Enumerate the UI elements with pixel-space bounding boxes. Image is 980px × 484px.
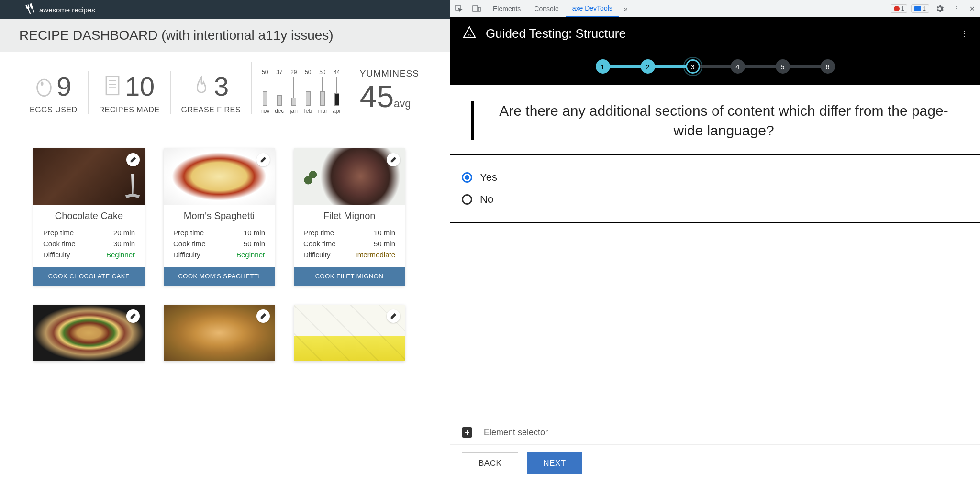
stat-fires-value: 3 xyxy=(214,71,229,102)
step-connector xyxy=(655,65,686,68)
error-dot-icon xyxy=(894,6,900,11)
step-connector xyxy=(790,65,821,68)
question-text: Are there any additional sections of con… xyxy=(471,101,959,140)
page-title-bar: RECIPE DASHBOARD (with intentional a11y … xyxy=(0,19,450,52)
step-connector xyxy=(610,65,641,68)
yumminess-suffix: avg xyxy=(394,98,411,110)
recipe-title: Filet Mignon xyxy=(294,205,405,225)
svg-rect-8 xyxy=(478,7,480,11)
stat-eggs-value: 9 xyxy=(56,71,71,102)
recipe-title: Mom's Spaghetti xyxy=(164,205,275,225)
cook-button[interactable]: COOK CHOCOLATE CAKE xyxy=(33,267,145,286)
message-icon xyxy=(914,6,921,11)
edit-recipe-button[interactable] xyxy=(126,309,140,323)
axe-logo-icon: ax xyxy=(462,25,477,42)
stats-row: 9 EGGS USED 10 RECIPES MADE 3 GREASE FIR… xyxy=(0,52,450,129)
recipe-meta: Prep time10 minCook time50 minDifficulty… xyxy=(164,225,275,267)
recipe-card: Chocolate CakePrep time20 minCook time30… xyxy=(33,148,145,286)
stat-eggs-label: EGGS USED xyxy=(30,106,78,114)
chart-bar: 50mar xyxy=(318,69,327,114)
cook-button[interactable]: COOK MOM'S SPAGHETTI xyxy=(164,267,275,286)
question-area: Are there any additional sections of con… xyxy=(450,85,980,155)
edit-recipe-button[interactable] xyxy=(387,309,400,323)
edit-recipe-button[interactable] xyxy=(256,309,270,323)
header-separator xyxy=(104,0,104,19)
devtools-toolbar: Elements Console axe DevTools » 1 1 ⋮ ✕ xyxy=(450,0,980,17)
chart-bar: 50feb xyxy=(303,69,313,114)
step-5[interactable]: 5 xyxy=(776,59,790,74)
yumminess-label: YUMMINESS xyxy=(360,68,419,79)
axe-panel-header: ax Guided Testing: Structure ⋮ xyxy=(450,17,980,50)
chart-bar: 44apr xyxy=(332,69,342,114)
recipe-card xyxy=(33,305,145,361)
axe-panel-menu-icon[interactable]: ⋮ xyxy=(952,17,969,50)
recipe-image xyxy=(164,305,275,361)
recipe-card: Mom's SpaghettiPrep time10 minCook time5… xyxy=(164,148,275,286)
recipe-meta: Prep time20 minCook time30 minDifficulty… xyxy=(33,225,145,267)
answer-options: Yes No xyxy=(450,155,980,223)
device-toolbar-icon[interactable] xyxy=(468,0,486,17)
step-1[interactable]: 1 xyxy=(596,59,610,74)
error-badge[interactable]: 1 xyxy=(891,4,908,13)
answer-no[interactable]: No xyxy=(462,188,980,210)
close-devtools-icon[interactable]: ✕ xyxy=(965,0,980,17)
settings-icon[interactable] xyxy=(931,0,948,17)
recipe-image xyxy=(33,305,145,361)
edit-recipe-button[interactable] xyxy=(387,153,400,166)
devtools-pane: Elements Console axe DevTools » 1 1 ⋮ ✕ … xyxy=(450,0,980,484)
app-title: awesome recipes xyxy=(39,6,95,14)
stat-fires-label: GREASE FIRES xyxy=(181,106,241,114)
app-viewport: awesome recipes RECIPE DASHBOARD (with i… xyxy=(0,0,450,484)
recipe-image xyxy=(294,305,405,361)
recipe-image xyxy=(294,148,405,205)
document-icon xyxy=(104,75,121,99)
step-4[interactable]: 4 xyxy=(731,59,745,74)
tab-elements[interactable]: Elements xyxy=(486,0,527,17)
svg-point-0 xyxy=(37,79,51,96)
recipe-card xyxy=(164,305,275,361)
message-badge[interactable]: 1 xyxy=(911,4,929,13)
tab-axe-devtools[interactable]: axe DevTools xyxy=(566,0,619,17)
inspect-element-icon[interactable] xyxy=(450,0,468,17)
recipe-card: Filet MignonPrep time10 minCook time50 m… xyxy=(294,148,405,286)
chart-bar: 50nov xyxy=(260,69,270,114)
recipe-image xyxy=(33,148,145,205)
recipes-grid: Chocolate CakePrep time20 minCook time30… xyxy=(0,129,450,380)
recipe-card xyxy=(294,305,405,361)
recipe-image xyxy=(164,148,275,205)
svg-rect-2 xyxy=(106,77,119,94)
axe-panel-title: Guided Testing: Structure xyxy=(486,26,626,41)
logo-utensils-icon xyxy=(24,3,37,16)
edit-recipe-button[interactable] xyxy=(256,153,270,166)
stat-recipes-value: 10 xyxy=(125,71,155,102)
page-title: RECIPE DASHBOARD (with intentional a11y … xyxy=(19,28,431,43)
step-3[interactable]: 3 xyxy=(686,59,700,74)
next-button[interactable]: NEXT xyxy=(527,452,582,474)
more-tabs-button[interactable]: » xyxy=(619,0,633,17)
egg-icon xyxy=(35,75,53,99)
edit-recipe-button[interactable] xyxy=(126,153,140,166)
stat-recipes: 10 RECIPES MADE xyxy=(88,71,170,114)
kebab-menu-icon[interactable]: ⋮ xyxy=(948,0,965,17)
add-selector-button[interactable]: + xyxy=(462,427,472,438)
answer-yes[interactable]: Yes xyxy=(462,166,980,188)
step-connector xyxy=(745,65,776,68)
yumminess-chart: 50nov37dec29jan50feb50mar44apr xyxy=(251,62,350,114)
back-button[interactable]: BACK xyxy=(462,452,518,474)
step-connector xyxy=(700,65,731,68)
step-6[interactable]: 6 xyxy=(821,59,835,74)
flame-icon xyxy=(193,75,210,99)
stat-fires: 3 GREASE FIRES xyxy=(170,71,251,114)
chart-bar: 37dec xyxy=(275,69,284,114)
recipe-meta: Prep time10 minCook time50 minDifficulty… xyxy=(294,225,405,267)
radio-icon xyxy=(462,172,472,183)
cook-button[interactable]: COOK FILET MIGNON xyxy=(294,267,405,286)
progress-stepper: 123456 xyxy=(450,50,980,85)
element-selector-label: Element selector xyxy=(484,428,548,438)
yumminess-value: 45 xyxy=(360,79,394,114)
stat-yumminess: YUMMINESS 45avg xyxy=(350,68,419,114)
step-2[interactable]: 2 xyxy=(641,59,655,74)
app-header: awesome recipes xyxy=(0,0,450,19)
tab-console[interactable]: Console xyxy=(527,0,565,17)
nav-buttons: BACK NEXT xyxy=(450,444,980,484)
